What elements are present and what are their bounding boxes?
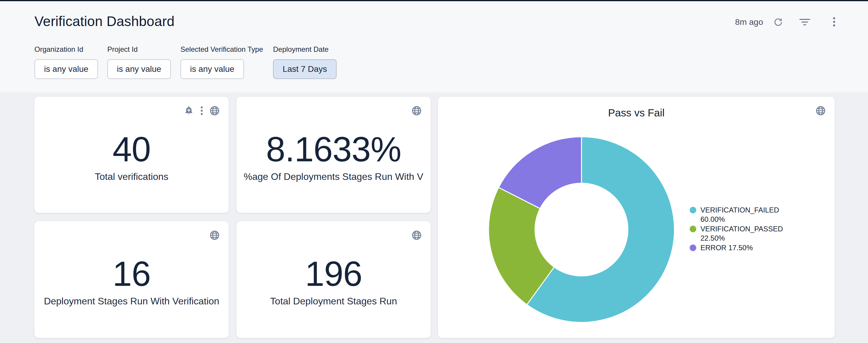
globe-icon [210, 230, 220, 240]
globe-icon [411, 106, 422, 116]
chart-title: Pass vs Fail [438, 107, 835, 119]
filter-organization-id: Organization Id is any value [34, 45, 98, 79]
legend-item-verification-passed[interactable]: VERIFICATION_PASSED 22.50% [690, 224, 792, 243]
kebab-menu-icon [200, 106, 203, 115]
filter-label: Organization Id [34, 45, 98, 54]
tile-total-verifications: 40 Total verifications [34, 97, 229, 213]
big-number: 196 [237, 256, 431, 292]
alerts-button[interactable] [184, 106, 194, 116]
filter-label: Project Id [107, 45, 171, 54]
page-title: Verification Dashboard [34, 13, 175, 29]
legend-value: 60.00% [701, 215, 725, 223]
filter-deployment-date: Deployment Date Last 7 Days [273, 45, 337, 79]
legend-dot [690, 226, 696, 232]
refresh-button[interactable] [773, 17, 783, 27]
explore-button[interactable] [210, 230, 220, 240]
globe-icon [815, 106, 826, 116]
tile-stages-with-verification: 16 Deployment Stages Run With Verificati… [34, 221, 229, 338]
filter-value-button[interactable]: is any value [180, 59, 244, 79]
legend-dot [690, 244, 696, 251]
legend-label: VERIFICATION_PASSED [701, 225, 783, 233]
more-options-button[interactable] [833, 17, 836, 28]
refresh-icon [773, 17, 783, 27]
kebab-menu-icon [833, 17, 836, 28]
last-refresh-time: 8m ago [735, 18, 763, 27]
explore-button[interactable] [210, 106, 220, 116]
tile-menu-button[interactable] [200, 106, 203, 115]
legend-label: VERIFICATION_FAILED [701, 206, 779, 214]
header-controls: 8m ago [735, 16, 836, 28]
tile-title: Total verifications [42, 171, 221, 182]
tile-title: %age Of Deployments Stages Run With V… [244, 171, 424, 182]
legend-item-error[interactable]: ERROR 17.50% [690, 243, 792, 252]
legend-value: 17.50% [728, 244, 753, 252]
filter-value-button[interactable]: is any value [107, 59, 171, 79]
bell-plus-icon [184, 106, 194, 116]
explore-button[interactable] [815, 106, 826, 116]
big-number: 40 [34, 131, 229, 167]
filter-project-id: Project Id is any value [107, 45, 171, 79]
filter-selected-verification-type: Selected Verification Type is any value [180, 45, 263, 79]
tile-title: Total Deployment Stages Run [244, 296, 424, 307]
legend-label: ERROR [701, 244, 726, 252]
chart-legend: VERIFICATION_FAILED 60.00% VERIFICATION_… [690, 205, 792, 252]
legend-value: 22.50% [701, 234, 725, 242]
tile-total-stages-run: 196 Total Deployment Stages Run [237, 221, 431, 338]
explore-button[interactable] [411, 106, 422, 116]
explore-button[interactable] [411, 230, 422, 240]
top-accent-bar [0, 0, 868, 1]
globe-icon [210, 106, 220, 116]
tile-percentage-deployments: 8.1633% %age Of Deployments Stages Run W… [237, 97, 431, 213]
filter-value-button[interactable]: is any value [34, 59, 98, 79]
filter-list-icon [799, 18, 810, 26]
big-number: 16 [34, 256, 229, 292]
legend-dot [690, 207, 696, 213]
legend-item-verification-failed[interactable]: VERIFICATION_FAILED 60.00% [690, 205, 792, 224]
big-number: 8.1633% [237, 131, 431, 167]
chart-card-pass-vs-fail: Pass vs Fail VERIFICATION_FAILED 60.00% … [438, 97, 835, 338]
filter-label: Deployment Date [273, 45, 337, 54]
filter-value-button[interactable]: Last 7 Days [273, 59, 337, 79]
globe-icon [411, 230, 422, 240]
tile-title: Deployment Stages Run With Verification [42, 296, 221, 307]
filters-toggle-button[interactable] [799, 18, 810, 26]
filter-label: Selected Verification Type [180, 45, 263, 54]
donut-chart[interactable] [487, 136, 676, 323]
